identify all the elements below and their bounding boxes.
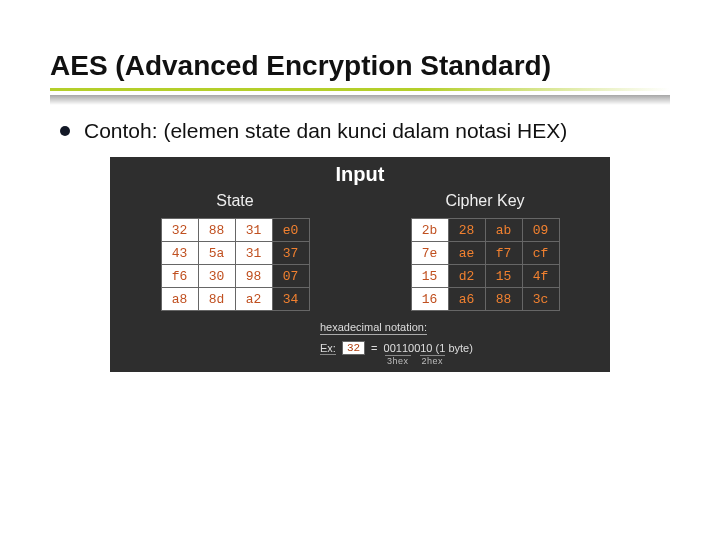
- key-cell: 16: [411, 288, 448, 311]
- state-cell: 34: [272, 288, 309, 311]
- state-cell: a8: [161, 288, 198, 311]
- bullet-text: Contoh: (elemen state dan kunci dalam no…: [84, 119, 567, 143]
- hex-sub-row: 3hex 2hex: [110, 355, 610, 366]
- key-cell: ae: [448, 242, 485, 265]
- state-cell: f6: [161, 265, 198, 288]
- hex-example-row: Ex: 32 = 00110010 (1 byte): [110, 339, 610, 355]
- state-cell: 5a: [198, 242, 235, 265]
- cipher-key-column: Cipher Key 2b 28 ab 09 7e ae f7 cf: [411, 190, 560, 311]
- key-cell: 88: [485, 288, 522, 311]
- title-underline: [50, 88, 670, 91]
- key-cell: 2b: [411, 219, 448, 242]
- state-cell: 88: [198, 219, 235, 242]
- hex-notation-section: hexadecimal notation:: [110, 317, 610, 339]
- hex-notation-label: hexadecimal notation:: [320, 321, 427, 335]
- hex-sub-1: 3hex: [385, 355, 411, 366]
- state-label: State: [216, 192, 253, 210]
- title-shadow: [50, 95, 670, 105]
- cipher-key-matrix: 2b 28 ab 09 7e ae f7 cf 15 d2 15: [411, 218, 560, 311]
- key-cell: f7: [485, 242, 522, 265]
- hex-ex-bin: 00110010 (1 byte): [384, 342, 473, 354]
- key-cell: a6: [448, 288, 485, 311]
- figure-input-label: Input: [110, 157, 610, 190]
- key-cell: ab: [485, 219, 522, 242]
- key-cell: cf: [522, 242, 559, 265]
- hex-ex-eq: =: [371, 342, 377, 354]
- key-cell: 7e: [411, 242, 448, 265]
- state-cell: 31: [235, 219, 272, 242]
- key-cell: 3c: [522, 288, 559, 311]
- state-cell: a2: [235, 288, 272, 311]
- state-cell: 30: [198, 265, 235, 288]
- state-cell: 98: [235, 265, 272, 288]
- state-cell: e0: [272, 219, 309, 242]
- state-column: State 32 88 31 e0 43 5a 31 37: [161, 190, 310, 311]
- hex-ex-value: 32: [342, 341, 365, 355]
- state-cell: 43: [161, 242, 198, 265]
- slide-title: AES (Advanced Encryption Standard): [50, 50, 670, 82]
- bullet-icon: [60, 126, 70, 136]
- state-cell: 37: [272, 242, 309, 265]
- state-matrix: 32 88 31 e0 43 5a 31 37 f6 30 98: [161, 218, 310, 311]
- state-cell: 07: [272, 265, 309, 288]
- state-cell: 32: [161, 219, 198, 242]
- hex-sub-2: 2hex: [420, 355, 446, 366]
- aes-input-figure: Input State 32 88 31 e0 43 5a 31 37: [110, 157, 610, 372]
- key-cell: d2: [448, 265, 485, 288]
- cipher-key-label: Cipher Key: [445, 192, 524, 210]
- key-cell: 28: [448, 219, 485, 242]
- bullet-item: Contoh: (elemen state dan kunci dalam no…: [60, 119, 670, 143]
- key-cell: 15: [485, 265, 522, 288]
- key-cell: 15: [411, 265, 448, 288]
- state-cell: 31: [235, 242, 272, 265]
- key-cell: 4f: [522, 265, 559, 288]
- state-cell: 8d: [198, 288, 235, 311]
- key-cell: 09: [522, 219, 559, 242]
- hex-ex-label: Ex:: [320, 342, 336, 355]
